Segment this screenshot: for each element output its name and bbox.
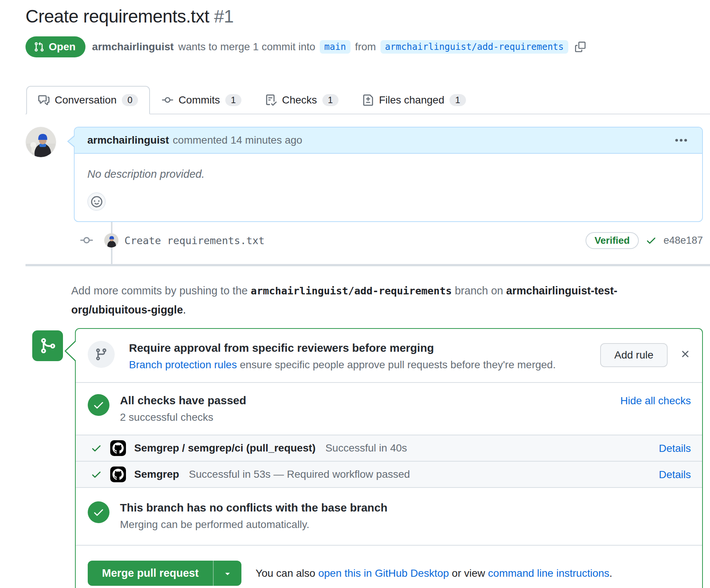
merge-cta-row: Merge pull request You can also open thi… xyxy=(76,546,702,588)
triangle-down-icon xyxy=(223,568,232,578)
conflicts-row: This branch has no conflicts with the ba… xyxy=(76,488,702,546)
protection-title: Require approval from specific reviewers… xyxy=(129,342,591,354)
commit-status-group: Verified e48e187 xyxy=(586,232,703,249)
git-commit-icon xyxy=(80,232,93,249)
check-name: Semgrep / semgrep/ci (pull_request) xyxy=(134,442,316,454)
pr-number: #1 xyxy=(214,6,234,26)
byline-author[interactable]: armchairlinguist xyxy=(92,41,174,53)
protection-text: Require approval from specific reviewers… xyxy=(129,341,591,371)
pr-description-comment: armchairlinguist commented 14 minutes ag… xyxy=(25,127,703,222)
head-branch-label[interactable]: armchairlinguist/add-requirements xyxy=(380,40,568,54)
add-rule-button[interactable]: Add rule xyxy=(600,343,668,367)
pr-byline: armchairlinguist wants to merge 1 commit… xyxy=(92,40,586,54)
pr-tab-bar: Conversation 0 Commits 1 Checks 1 Files … xyxy=(25,86,710,114)
tab-label: Checks xyxy=(282,94,317,106)
add-reaction-button[interactable] xyxy=(87,192,106,211)
check-success-icon xyxy=(91,442,102,454)
github-app-avatar[interactable] xyxy=(110,466,126,482)
check-status: Successful in 53s — Required workflow pa… xyxy=(189,468,410,480)
git-pull-request-icon xyxy=(34,42,44,52)
discussion-separator xyxy=(25,264,710,266)
checks-summary-text: All checks have passed 2 successful chec… xyxy=(120,394,246,423)
comment-text: No description provided. xyxy=(87,168,689,180)
byline-action: wants to merge 1 commit into xyxy=(178,41,315,53)
github-app-avatar[interactable] xyxy=(110,440,126,456)
check-icon xyxy=(646,235,657,246)
tab-files-changed[interactable]: Files changed 1 xyxy=(351,86,478,114)
merge-pull-request-button[interactable]: Merge pull request xyxy=(88,561,213,586)
comment-header: armchairlinguist commented 14 minutes ag… xyxy=(75,128,702,154)
git-branch-icon xyxy=(88,341,115,368)
branch-protection-rules-link[interactable]: Branch protection rules xyxy=(129,359,237,370)
base-branch-label[interactable]: main xyxy=(320,40,351,54)
checklist-icon xyxy=(265,94,277,106)
check-row: Semgrep Successful in 53s — Required wor… xyxy=(76,462,702,488)
merge-options-dropdown[interactable] xyxy=(213,561,241,586)
git-merge-icon xyxy=(32,330,63,361)
protection-description: Branch protection rules ensure specific … xyxy=(129,359,591,371)
pr-meta-row: Open armchairlinguist wants to merge 1 c… xyxy=(25,36,703,57)
timeline-commit-section: Create requirements.txt Verified e48e187 xyxy=(25,222,703,264)
tab-count-badge: 1 xyxy=(449,94,466,106)
smiley-icon xyxy=(91,196,102,207)
push-note-prefix: Add more commits by pushing to the xyxy=(71,285,248,297)
conflicts-title: This branch has no conflicts with the ba… xyxy=(120,501,387,514)
close-icon[interactable] xyxy=(680,348,691,360)
tab-conversation[interactable]: Conversation 0 xyxy=(26,86,150,114)
push-note-branch: armchairlinguist/add-requirements xyxy=(251,285,452,297)
branch-protection-row: Require approval from specific reviewers… xyxy=(76,329,702,383)
verified-badge[interactable]: Verified xyxy=(586,232,639,249)
tab-commits[interactable]: Commits 1 xyxy=(150,86,253,114)
check-name: Semgrep xyxy=(134,468,179,480)
pr-state-label: Open xyxy=(49,41,76,53)
comment-author-avatar[interactable] xyxy=(25,127,56,158)
comment-meta: commented 14 minutes ago xyxy=(173,134,303,146)
merge-split-button: Merge pull request xyxy=(88,561,241,586)
commit-author-avatar[interactable] xyxy=(104,233,118,248)
comment-author[interactable]: armchairlinguist xyxy=(87,134,169,146)
conflicts-subtitle: Merging can be performed automatically. xyxy=(120,519,387,531)
pr-page: Create requirements.txt #1 Open armchair… xyxy=(0,0,710,588)
checks-title: All checks have passed xyxy=(120,394,246,407)
push-note: Add more commits by pushing to the armch… xyxy=(71,281,694,319)
byline-from: from xyxy=(355,41,376,53)
tab-count-badge: 1 xyxy=(322,94,339,106)
git-commit-icon xyxy=(162,94,173,106)
tab-count-badge: 1 xyxy=(225,94,241,106)
merge-cta-note: You can also open this in GitHub Desktop… xyxy=(256,567,613,579)
commit-message[interactable]: Create requirements.txt xyxy=(124,235,265,246)
tab-count-badge: 0 xyxy=(122,94,138,106)
kebab-menu-button[interactable] xyxy=(673,136,689,144)
push-note-middle: branch on xyxy=(455,285,503,297)
tab-checks[interactable]: Checks 1 xyxy=(253,86,351,114)
checks-passed-icon xyxy=(88,394,109,416)
comment-bubble-arrow xyxy=(67,135,75,148)
no-conflicts-icon xyxy=(88,501,109,523)
commit-row: Create requirements.txt Verified e48e187 xyxy=(25,232,703,249)
comment-body: No description provided. xyxy=(75,154,702,221)
checks-summary-row: All checks have passed 2 successful chec… xyxy=(76,383,702,435)
kebab-horizontal-icon xyxy=(675,139,687,142)
copy-icon[interactable] xyxy=(575,42,586,52)
command-line-instructions-link[interactable]: command line instructions xyxy=(488,567,610,579)
github-desktop-link[interactable]: open this in GitHub Desktop xyxy=(318,567,449,579)
github-octocat-icon xyxy=(112,442,124,454)
tab-label: Files changed xyxy=(379,94,444,106)
hide-all-checks-link[interactable]: Hide all checks xyxy=(620,394,691,407)
commit-sha[interactable]: e48e187 xyxy=(664,235,703,246)
details-link[interactable]: Details xyxy=(659,442,691,454)
github-octocat-icon xyxy=(112,469,124,480)
comment-discussion-icon xyxy=(38,94,49,106)
merge-box-arrow xyxy=(64,340,76,362)
pr-state-badge: Open xyxy=(25,36,85,57)
check-row: Semgrep / semgrep/ci (pull_request) Succ… xyxy=(76,435,702,462)
conflicts-text: This branch has no conflicts with the ba… xyxy=(120,501,387,531)
checks-subtitle: 2 successful checks xyxy=(120,411,246,423)
merge-box: Require approval from specific reviewers… xyxy=(75,328,703,588)
details-link[interactable]: Details xyxy=(659,468,691,481)
file-diff-icon xyxy=(362,94,374,106)
pr-title-text: Create requirements.txt xyxy=(25,6,209,26)
comment-box: armchairlinguist commented 14 minutes ag… xyxy=(74,127,703,222)
tab-label: Commits xyxy=(178,94,220,106)
tab-label: Conversation xyxy=(55,94,117,106)
